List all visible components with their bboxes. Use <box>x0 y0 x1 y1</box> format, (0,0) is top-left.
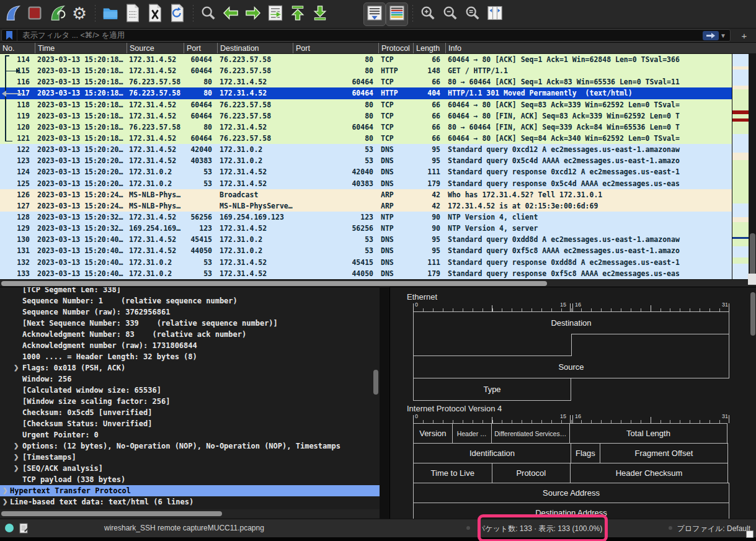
eth-field-source[interactable]: Source <box>413 356 729 378</box>
ipv4-field-header-checksum[interactable]: Header Checksum <box>570 463 728 483</box>
eth-field-destination[interactable]: Destination <box>413 311 729 334</box>
expand-chevron-icon[interactable]: ❯ <box>14 463 19 474</box>
packet-row-127[interactable]: 1272023-03-13 15:20:24…MS-NLB-Phys…MS-NL… <box>0 200 732 212</box>
stop-capture-button[interactable] <box>24 2 46 26</box>
packet-row-121[interactable]: 1212023-03-13 15:20:18…172.31.4.52604647… <box>0 133 732 144</box>
scrollbar-thumb[interactable] <box>1 511 222 516</box>
detail-line[interactable]: [TCP Segment Len: 338] <box>0 287 380 295</box>
detail-line[interactable]: Sequence Number (raw): 3762956861 <box>0 306 380 318</box>
previous-packet-button[interactable] <box>220 2 242 26</box>
column-header-no[interactable]: No. <box>0 43 35 53</box>
scrollbar-thumb[interactable] <box>373 370 378 395</box>
zoom-reset-button[interactable] <box>461 2 484 26</box>
scrollbar-thumb[interactable] <box>1 281 547 286</box>
filter-apply-button[interactable] <box>703 31 719 40</box>
ipv4-field-total-length[interactable]: Total Length <box>569 423 727 444</box>
detail-line[interactable]: Checksum: 0x5cd5 [unverified] <box>0 407 380 418</box>
ipv4-field-identification[interactable]: Identification <box>413 443 571 463</box>
auto-scroll-toggle[interactable] <box>363 2 386 26</box>
expert-info-icon[interactable] <box>5 524 14 532</box>
expand-chevron-icon[interactable]: ❯ <box>2 485 7 496</box>
close-file-button[interactable] <box>144 2 166 26</box>
filter-history-caret-icon[interactable]: ▼ <box>720 32 726 39</box>
scrollbar-thumb[interactable] <box>750 233 755 275</box>
detail-vertical-scrollbar[interactable] <box>373 287 379 511</box>
diagram-scrollbar-thumb[interactable] <box>750 292 755 336</box>
ipv4-field-fragment-offset[interactable]: Fragment Offset <box>600 443 728 463</box>
detail-line[interactable]: Urgent Pointer: 0 <box>0 429 380 440</box>
start-capture-button[interactable] <box>1 2 24 26</box>
detail-line[interactable]: ❯Line-based text data: text/html (6 line… <box>0 496 380 507</box>
ipv4-field-protocol[interactable]: Protocol <box>492 463 571 483</box>
packet-row-129[interactable]: 1292023-03-13 15:20:32…169.254.169…12317… <box>0 223 732 234</box>
detail-line[interactable]: [Next Sequence Number: 339 (relative seq… <box>0 318 380 329</box>
packet-row-118[interactable]: 1182023-03-13 15:20:18…172.31.4.52604647… <box>0 99 732 110</box>
detail-line[interactable]: [Checksum Status: Unverified] <box>0 418 380 429</box>
detail-line[interactable]: Acknowledgment number (raw): 1731806844 <box>0 340 380 351</box>
last-packet-button[interactable] <box>309 2 331 26</box>
column-header-port[interactable]: Port <box>184 43 217 53</box>
resize-columns-button[interactable] <box>484 2 506 26</box>
packet-row-126[interactable]: 1262023-03-13 15:20:24…MS-NLB-Phys…Broad… <box>0 189 732 200</box>
packet-row-123[interactable]: 1232023-03-13 15:20:20…172.31.4.52403831… <box>0 155 732 166</box>
detail-line[interactable]: Sequence Number: 1 (relative sequence nu… <box>0 295 380 306</box>
packet-row-117[interactable]: 1172023-03-13 15:20:18…76.223.57.5880172… <box>0 87 732 99</box>
capture-comment-icon[interactable] <box>19 523 29 535</box>
colorize-toggle[interactable] <box>386 2 408 26</box>
detail-line[interactable]: ❯Flags: 0x018 (PSH, ACK) <box>0 362 380 373</box>
zoom-out-button[interactable] <box>439 2 461 26</box>
column-header-destination[interactable]: Destination <box>217 43 293 53</box>
column-header-length[interactable]: Length <box>413 43 445 53</box>
first-packet-button[interactable] <box>287 2 309 26</box>
packet-row-115[interactable]: 1152023-03-13 15:20:18…172.31.4.52604647… <box>0 65 732 76</box>
expand-chevron-icon[interactable]: ❯ <box>14 440 19 452</box>
detail-line[interactable]: TCP payload (338 bytes) <box>0 474 380 485</box>
ipv4-field-version[interactable]: Version <box>413 423 453 444</box>
packet-row-114[interactable]: 1142023-03-13 15:20:18…172.31.4.52604647… <box>0 54 732 65</box>
detail-line[interactable]: ❯Hypertext Transfer Protocol <box>0 485 380 496</box>
ipv4-field-differentiated-services-[interactable]: Differentiated Services… <box>491 423 571 444</box>
column-header-source[interactable]: Source <box>127 43 184 53</box>
detail-line[interactable]: [Window size scaling factor: 256] <box>0 396 380 407</box>
detail-horizontal-scrollbar[interactable] <box>0 509 380 518</box>
column-header-info[interactable]: Info <box>445 43 732 53</box>
detail-line[interactable]: ❯[Timestamps] <box>0 452 380 463</box>
packet-list-horizontal-scrollbar[interactable] <box>0 279 756 287</box>
packet-row-120[interactable]: 1202023-03-13 15:20:18…76.223.57.5880172… <box>0 122 732 133</box>
eth-field-destination-cont[interactable] <box>413 334 571 356</box>
next-packet-button[interactable] <box>242 2 264 26</box>
window-resize-grip[interactable] <box>746 530 754 538</box>
reload-file-button[interactable] <box>166 2 189 26</box>
expand-chevron-icon[interactable]: ❯ <box>14 362 19 373</box>
profile-label[interactable]: プロファイル: Default <box>677 524 750 534</box>
packet-row-119[interactable]: 1192023-03-13 15:20:18…172.31.4.52604647… <box>0 110 732 122</box>
packet-row-116[interactable]: 1162023-03-13 15:20:18…76.223.57.5880172… <box>0 76 732 87</box>
ipv4-field-source-address[interactable]: Source Address <box>413 483 729 503</box>
ipv4-field-flags[interactable]: Flags <box>571 443 600 463</box>
column-header-time[interactable]: Time <box>35 43 127 53</box>
packet-row-122[interactable]: 1222023-03-13 15:20:20…172.31.4.52420401… <box>0 144 732 155</box>
ipv4-field-header-[interactable]: Header … <box>452 423 492 444</box>
packet-row-125[interactable]: 1252023-03-13 15:20:20…172.31.0.253172.3… <box>0 178 732 189</box>
packet-row-131[interactable]: 1312023-03-13 15:20:40…172.31.4.52440501… <box>0 245 732 256</box>
detail-line[interactable]: [Calculated window size: 65536] <box>0 385 380 396</box>
eth-field-type[interactable]: Type <box>413 378 571 401</box>
column-header-port[interactable]: Port <box>293 43 378 53</box>
detail-line[interactable]: ❯[SEQ/ACK analysis] <box>0 463 380 474</box>
packet-row-133[interactable]: 1332023-03-13 15:20:40…172.31.0.253172.3… <box>0 268 732 279</box>
packet-row-132[interactable]: 1322023-03-13 15:20:40…172.31.0.253172.3… <box>0 257 732 268</box>
filter-add-button[interactable]: + <box>738 30 750 41</box>
go-to-packet-button[interactable] <box>264 2 287 26</box>
display-filter-input[interactable]: 表示フィルタ ... <⌘/> を適用 ▼ <box>1 29 731 42</box>
intelligent-scrollbar-minimap[interactable] <box>732 54 749 279</box>
save-file-button[interactable] <box>122 2 144 26</box>
eth-field-source-start[interactable] <box>571 334 729 356</box>
open-file-button[interactable] <box>99 2 122 26</box>
detail-line[interactable]: Window: 256 <box>0 373 380 385</box>
packet-row-128[interactable]: 1282023-03-13 15:20:32…172.31.4.52562561… <box>0 212 732 223</box>
detail-line[interactable]: Acknowledgment Number: 83 (relative ack … <box>0 329 380 340</box>
packet-list-vertical-scrollbar[interactable] <box>749 54 756 279</box>
column-header-protocol[interactable]: Protocol <box>378 43 413 53</box>
expand-chevron-icon[interactable]: ❯ <box>14 452 19 463</box>
ipv4-field-time-to-live[interactable]: Time to Live <box>413 463 492 483</box>
